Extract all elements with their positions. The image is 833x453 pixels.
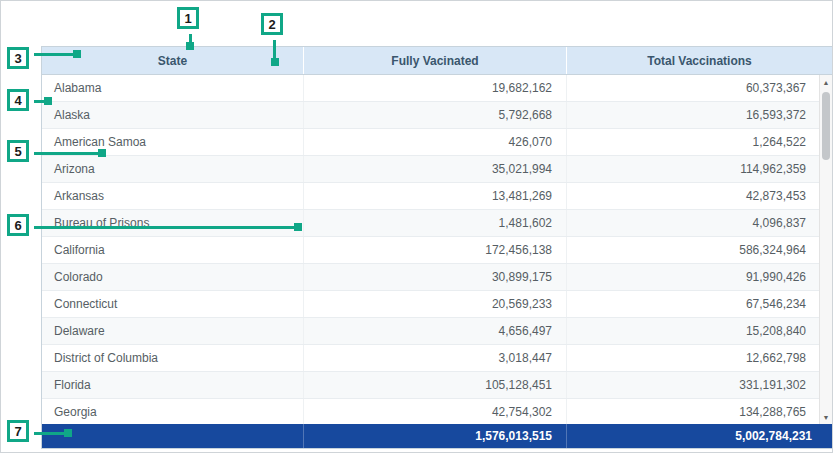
cell-fully-vaccinated: 4,656,497 <box>304 318 567 344</box>
annotation-dot-6 <box>294 223 302 231</box>
cell-state: Bureau of Prisons <box>42 210 304 236</box>
vertical-scrollbar[interactable]: ▲ ▼ <box>819 75 832 424</box>
cell-fully-vaccinated: 13,481,269 <box>304 183 567 209</box>
cell-state: District of Columbia <box>42 345 304 371</box>
cell-fully-vaccinated: 19,682,162 <box>304 75 567 101</box>
table-row[interactable]: Bureau of Prisons1,481,6024,096,837 <box>42 210 832 237</box>
totals-state-cell <box>42 424 304 448</box>
table-row[interactable]: Colorado30,899,17591,990,426 <box>42 264 832 291</box>
annotation-marker-2: 2 <box>261 13 283 35</box>
annotation-line-2 <box>273 40 276 60</box>
table-header-row: State Fully Vacinated Total Vaccinations <box>42 47 832 75</box>
cell-state: Georgia <box>42 399 304 424</box>
table-row[interactable]: Alabama19,682,16260,373,367 <box>42 75 832 102</box>
cell-total-vaccinations: 114,962,359 <box>567 156 832 182</box>
cell-state: Colorado <box>42 264 304 290</box>
cell-state: Alabama <box>42 75 304 101</box>
cell-total-vaccinations: 134,288,765 <box>567 399 832 424</box>
cell-fully-vaccinated: 35,021,994 <box>304 156 567 182</box>
table-row[interactable]: Arkansas13,481,26942,873,453 <box>42 183 832 210</box>
table-row[interactable]: Alaska5,792,66816,593,372 <box>42 102 832 129</box>
cell-total-vaccinations: 331,191,302 <box>567 372 832 398</box>
annotation-dot-3 <box>73 50 81 58</box>
cell-total-vaccinations: 1,264,522 <box>567 129 832 155</box>
cell-state: Florida <box>42 372 304 398</box>
cell-total-vaccinations: 586,324,964 <box>567 237 832 263</box>
cell-state: California <box>42 237 304 263</box>
annotation-dot-2 <box>271 58 279 66</box>
scrollbar-thumb[interactable] <box>822 92 830 160</box>
column-header-total-vaccinations[interactable]: Total Vaccinations <box>567 47 832 74</box>
annotation-line-3 <box>34 53 75 56</box>
cell-total-vaccinations: 4,096,837 <box>567 210 832 236</box>
cell-total-vaccinations: 15,208,840 <box>567 318 832 344</box>
cell-fully-vaccinated: 172,456,138 <box>304 237 567 263</box>
cell-total-vaccinations: 60,373,367 <box>567 75 832 101</box>
annotation-marker-1: 1 <box>177 7 199 29</box>
scroll-up-icon[interactable]: ▲ <box>820 75 832 89</box>
table-row[interactable]: California172,456,138586,324,964 <box>42 237 832 264</box>
cell-state: Arizona <box>42 156 304 182</box>
totals-row: 1,576,013,515 5,002,784,231 <box>42 424 832 448</box>
cell-fully-vaccinated: 105,128,451 <box>304 372 567 398</box>
totals-total-vaccinations: 5,002,784,231 <box>567 424 832 448</box>
table-row[interactable]: Connecticut20,569,23367,546,234 <box>42 291 832 318</box>
cell-total-vaccinations: 16,593,372 <box>567 102 832 128</box>
cell-state: Alaska <box>42 102 304 128</box>
annotation-line-6 <box>34 226 296 229</box>
annotation-marker-3: 3 <box>7 47 29 69</box>
annotation-line-5 <box>34 152 100 155</box>
cell-fully-vaccinated: 5,792,668 <box>304 102 567 128</box>
data-table: State Fully Vacinated Total Vaccinations… <box>41 46 833 449</box>
annotation-marker-7: 7 <box>7 420 29 442</box>
annotation-dot-4 <box>44 97 52 105</box>
scroll-down-icon[interactable]: ▼ <box>820 410 832 424</box>
table-row[interactable]: District of Columbia3,018,44712,662,798 <box>42 345 832 372</box>
annotation-marker-6: 6 <box>7 214 29 236</box>
cell-state: Connecticut <box>42 291 304 317</box>
annotation-marker-5: 5 <box>7 140 29 162</box>
cell-total-vaccinations: 67,546,234 <box>567 291 832 317</box>
table-body: Alabama19,682,16260,373,367Alaska5,792,6… <box>42 75 832 424</box>
annotation-line-7 <box>34 432 66 435</box>
cell-fully-vaccinated: 20,569,233 <box>304 291 567 317</box>
vaccination-table-screen: State Fully Vacinated Total Vaccinations… <box>0 0 833 453</box>
column-header-fully-vaccinated[interactable]: Fully Vacinated <box>304 47 567 74</box>
cell-fully-vaccinated: 30,899,175 <box>304 264 567 290</box>
table-row[interactable]: Georgia42,754,302134,288,765 <box>42 399 832 424</box>
cell-total-vaccinations: 91,990,426 <box>567 264 832 290</box>
cell-state: Delaware <box>42 318 304 344</box>
cell-total-vaccinations: 42,873,453 <box>567 183 832 209</box>
cell-fully-vaccinated: 42,754,302 <box>304 399 567 424</box>
table-row[interactable]: Florida105,128,451331,191,302 <box>42 372 832 399</box>
annotation-dot-7 <box>64 429 72 437</box>
cell-state: Arkansas <box>42 183 304 209</box>
cell-fully-vaccinated: 426,070 <box>304 129 567 155</box>
cell-fully-vaccinated: 1,481,602 <box>304 210 567 236</box>
column-header-state[interactable]: State <box>42 47 304 74</box>
annotation-dot-1 <box>186 42 194 50</box>
table-row[interactable]: Delaware4,656,49715,208,840 <box>42 318 832 345</box>
cell-total-vaccinations: 12,662,798 <box>567 345 832 371</box>
annotation-dot-5 <box>98 149 106 157</box>
table-row[interactable]: Arizona35,021,994114,962,359 <box>42 156 832 183</box>
totals-fully-vaccinated: 1,576,013,515 <box>304 424 567 448</box>
table-row[interactable]: American Samoa426,0701,264,522 <box>42 129 832 156</box>
cell-fully-vaccinated: 3,018,447 <box>304 345 567 371</box>
annotation-marker-4: 4 <box>7 89 29 111</box>
